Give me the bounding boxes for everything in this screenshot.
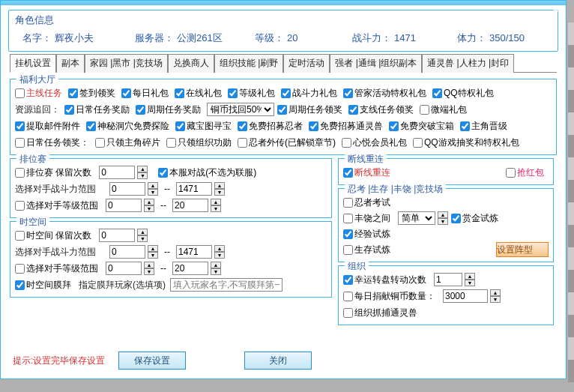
rank-lv-lo[interactable]: [106, 199, 142, 212]
cb-reward-trial[interactable]: 赏金试炼: [451, 212, 498, 225]
cb-treasure[interactable]: 藏宝图寻宝: [175, 120, 232, 133]
spinner-icon[interactable]: ▲▼: [214, 182, 225, 196]
space-lv-lo[interactable]: [106, 262, 142, 275]
worship-label: 指定膜拜玩家(选填项): [79, 279, 166, 292]
spinner-icon[interactable]: ▲▼: [438, 211, 448, 225]
cb-exp-trial[interactable]: 经验试炼: [343, 228, 390, 241]
reconnect-group: 断线重连 断线重连 抢红包: [338, 158, 554, 185]
tab-exchange[interactable]: 兑换商人: [168, 54, 214, 73]
space-pw-hi[interactable]: [176, 245, 212, 259]
tab-home[interactable]: 家园 |黑市 |竞技场: [85, 54, 168, 73]
cb-butler-gift[interactable]: 管家活动特权礼包: [343, 87, 426, 100]
tab-bar: 挂机设置 副本 家园 |黑市 |竞技场 兑换商人 组织技能 |刷野 定时活动 强…: [10, 53, 557, 73]
cb-recruit-beast[interactable]: 免费招募通灵兽: [309, 120, 383, 133]
rank-pw-lo[interactable]: [109, 182, 145, 196]
cb-branch-claim[interactable]: 支线任务领奖: [348, 103, 414, 116]
cb-micro-gift[interactable]: 微端礼包: [420, 103, 467, 116]
rank-title: 排位赛: [16, 153, 49, 166]
cb-lucky-wheel[interactable]: 幸运转盘转动次数: [343, 274, 426, 286]
exam-group: 忍考 |生存 |丰饶 |竞技场 忍者考试 丰饶之间 简单▲▼ 赏金试炼 经验试炼…: [338, 188, 554, 262]
cb-daily-claim[interactable]: 日常任务领奖：: [15, 136, 89, 149]
close-button[interactable]: 关闭: [244, 352, 312, 370]
spinner-icon[interactable]: ▲▼: [137, 229, 148, 242]
cb-local-match[interactable]: 本服对战(不选为联服): [158, 166, 256, 179]
cb-mainquest[interactable]: 主线任务: [15, 87, 62, 100]
cb-break-box[interactable]: 免费突破宝箱: [389, 120, 454, 133]
cb-org-catch[interactable]: 组织抓捕通灵兽: [343, 307, 417, 319]
cb-qq-lottery[interactable]: QQ游戏抽奖和特权礼包: [413, 136, 519, 149]
cb-redpacket[interactable]: 抢红包: [506, 166, 544, 179]
cb-space-keep[interactable]: 时空间 保留次数: [15, 229, 91, 242]
char-info-title: 角色信息: [15, 13, 552, 27]
cb-period-task-reward[interactable]: 周期任务奖励: [136, 103, 201, 116]
cb-xinyue[interactable]: 心悦会员礼包: [342, 136, 407, 149]
formation-button[interactable]: 设置阵型: [496, 242, 549, 257]
main-window: x 角色信息 名字：辉夜小夫 服务器：公测261区 等级：20 战斗力：1471…: [0, 0, 567, 379]
spinner-icon[interactable]: ▲▼: [211, 199, 221, 212]
spinner-icon[interactable]: ▲▼: [214, 245, 225, 259]
spinner-icon[interactable]: ▲▼: [144, 199, 154, 212]
cb-survival[interactable]: 生存试炼: [343, 244, 390, 256]
recover-select[interactable]: 铜币找回50%: [207, 103, 274, 116]
cb-daily-task-reward[interactable]: 日常任务奖励: [64, 103, 130, 116]
cb-cave[interactable]: 神秘洞穴免费探险: [86, 120, 169, 133]
power-value: 1471: [394, 32, 416, 43]
tab-timed[interactable]: 定时活动: [283, 54, 330, 73]
cb-daily-gift[interactable]: 每日礼包: [121, 87, 169, 100]
lucky-input[interactable]: [434, 273, 462, 286]
spinner-icon[interactable]: ▲▼: [490, 289, 501, 303]
space-pw-lo[interactable]: [109, 245, 145, 259]
exam-title: 忍考 |生存 |丰饶 |竞技场: [345, 183, 446, 196]
cb-space-lv[interactable]: 选择对手等级范围: [15, 262, 98, 275]
tab-strong[interactable]: 强者 |通缉 |组织副本: [330, 54, 422, 73]
tab-beast[interactable]: 通灵兽 |人柱力 |封印: [422, 54, 514, 73]
rank-keep-input[interactable]: [99, 166, 135, 179]
fengrao-select[interactable]: 简单: [398, 211, 435, 225]
titlebar: [1, 1, 566, 5]
spinner-icon[interactable]: ▲▼: [211, 262, 221, 275]
cb-online-gift[interactable]: 在线礼包: [175, 87, 222, 100]
cb-level-gift[interactable]: 等级礼包: [228, 87, 275, 100]
rank-lv-hi[interactable]: [172, 199, 208, 212]
cb-ninja-exam[interactable]: 忍者考试: [343, 196, 390, 209]
cb-reconnect[interactable]: 断线重连: [343, 166, 390, 179]
space-keep-input[interactable]: [99, 229, 135, 242]
cb-donate[interactable]: 每日捐献铜币数量：: [343, 290, 435, 303]
cb-gaiden[interactable]: 忍者外传(已解锁章节): [238, 136, 336, 149]
tab-dungeon[interactable]: 副本: [56, 54, 85, 73]
cb-qq-gift[interactable]: QQ特权礼包: [432, 87, 494, 100]
cb-power-gift[interactable]: 战斗力礼包: [281, 87, 337, 100]
spinner-icon[interactable]: ▲▼: [137, 166, 148, 179]
space-pw-label: 选择对手战斗力范围: [15, 246, 105, 259]
cb-rank-keep[interactable]: 排位赛 保留次数: [15, 166, 91, 179]
cb-promote[interactable]: 主角晋级: [460, 120, 507, 133]
worship-input[interactable]: [170, 278, 283, 292]
cb-mail[interactable]: 提取邮件附件: [15, 120, 80, 133]
server-value: 公测261区: [177, 32, 223, 43]
cb-worship[interactable]: 时空间膜拜: [15, 279, 71, 292]
close-icon[interactable]: x: [552, 2, 558, 14]
donate-input[interactable]: [443, 289, 488, 303]
cb-signin[interactable]: 签到领奖: [68, 87, 115, 100]
rank-pw-hi[interactable]: [176, 182, 212, 196]
org-group: 组织 幸运转盘转动次数 ▲▼ 每日捐献铜币数量： ▲▼ 组织抓捕通灵兽: [338, 265, 554, 325]
spinner-icon[interactable]: ▲▼: [148, 182, 158, 196]
tab-hangup[interactable]: 挂机设置: [10, 54, 56, 73]
cb-recruit-ninja[interactable]: 免费招募忍者: [238, 120, 303, 133]
cb-only-hero[interactable]: 只领主角碎片: [95, 136, 160, 149]
resource-recover-label: 资源追回：: [15, 103, 60, 116]
space-lv-hi[interactable]: [172, 262, 208, 275]
cb-rank-lv[interactable]: 选择对手等级范围: [15, 199, 98, 212]
stamina-label: 体力：: [457, 32, 486, 43]
power-label: 战斗力：: [352, 32, 391, 43]
spinner-icon[interactable]: ▲▼: [148, 245, 158, 259]
spinner-icon[interactable]: ▲▼: [144, 262, 154, 275]
cb-only-merit[interactable]: 只领组织功勋: [166, 136, 232, 149]
level-label: 等级：: [255, 32, 284, 43]
server-label: 服务器：: [135, 32, 174, 43]
save-button[interactable]: 保存设置: [118, 352, 186, 370]
cb-period-claim[interactable]: 周期任务领奖: [277, 103, 342, 116]
tab-orgskill[interactable]: 组织技能 |刷野: [214, 54, 283, 73]
spinner-icon[interactable]: ▲▼: [465, 273, 475, 286]
cb-fengrao[interactable]: 丰饶之间: [343, 212, 390, 225]
